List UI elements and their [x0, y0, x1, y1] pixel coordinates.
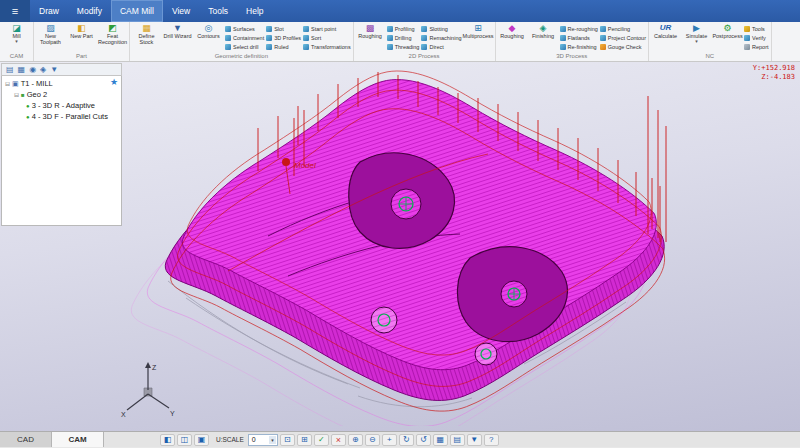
slot-button[interactable]: Slot [266, 24, 301, 33]
menu-tools[interactable]: Tools [199, 0, 237, 22]
threading-button[interactable]: Threading [387, 42, 420, 51]
zoom-window-button[interactable]: ⊡ [280, 434, 295, 446]
roughing-2d-button[interactable]: ▩ Roughing [355, 22, 386, 52]
calculate-button[interactable]: UR Calculate [650, 22, 681, 52]
transformations-button[interactable]: Transformations [303, 42, 351, 51]
coord-y: Y:+152.918 [753, 64, 795, 73]
grid-button[interactable]: ▦ [433, 434, 448, 446]
flatlands-button[interactable]: Flatlands [560, 33, 598, 42]
tools-button[interactable]: Tools [744, 24, 769, 33]
finishing-icon: ◈ [540, 23, 547, 33]
view-iso-button[interactable]: ▣ [194, 434, 209, 446]
sort-button[interactable]: Sort [303, 33, 351, 42]
drill-wizard-button[interactable]: ▼ Drill Wizard [162, 22, 193, 52]
project-contour-icon [600, 35, 606, 41]
slotting-button[interactable]: Slotting [421, 24, 461, 33]
view-shaded-button[interactable]: ◧ [160, 434, 175, 446]
panel-toolbar: ▤ ▦ ◉ ◈ ▼ [1, 63, 122, 76]
surfaces-button[interactable]: Surfaces [225, 24, 264, 33]
report-button[interactable]: Report [744, 42, 769, 51]
collapse-icon[interactable]: ⊟ [5, 80, 10, 87]
penciling-button[interactable]: Penciling [600, 24, 646, 33]
zoom-out-button[interactable]: ⊖ [365, 434, 380, 446]
zoom-in-button[interactable]: ⊕ [348, 434, 363, 446]
model-3d-view[interactable]: Model [108, 66, 708, 426]
gouge-check-icon [600, 44, 606, 50]
simulate-button[interactable]: ▶ Simulate ▾ [681, 22, 712, 52]
re-roughing-button[interactable]: Re-roughing [560, 24, 598, 33]
multiprocess-label: Multiprocess [463, 33, 494, 39]
new-toolpath-button[interactable]: ▨ New Toolpath [35, 22, 66, 52]
collapse-icon[interactable]: ⊟ [14, 91, 19, 98]
postprocess-button[interactable]: ⚙ Postprocess [712, 22, 743, 52]
multiprocess-icon: ⊞ [474, 23, 482, 33]
start-point-icon [303, 26, 309, 32]
tab-cam[interactable]: CAM [52, 432, 104, 447]
start-point-button[interactable]: Start point [303, 24, 351, 33]
containment-label: Containment [233, 35, 264, 41]
remachining-button[interactable]: Remachining [421, 33, 461, 42]
scale-select[interactable]: 0 ▾ [248, 434, 278, 446]
pan-button[interactable]: + [382, 434, 397, 446]
re-finishing-label: Re-finishing [568, 44, 597, 50]
tree-node-operation-1[interactable]: ● 3 - 3D R - Adaptive [2, 100, 121, 111]
roughing-2d-icon: ▩ [366, 23, 375, 33]
ruled-icon [266, 44, 272, 50]
containment-button[interactable]: Containment [225, 33, 264, 42]
define-stock-button[interactable]: ▦ Define Stock [131, 22, 162, 52]
project-contour-button[interactable]: Project Contour [600, 33, 646, 42]
profiles-3d-button[interactable]: 3D Profiles [266, 33, 301, 42]
favorite-star-icon[interactable]: ★ [110, 77, 118, 87]
postprocess-label: Postprocess [712, 33, 742, 39]
app-menu-button[interactable]: ≡ [0, 0, 30, 22]
select-drill-button[interactable]: Select drill [225, 42, 264, 51]
verify-button[interactable]: Verify [744, 33, 769, 42]
previous-view-button[interactable]: ↺ [416, 434, 431, 446]
gouge-check-button[interactable]: Gouge Check [600, 42, 646, 51]
finishing-button[interactable]: ◈ Finishing [528, 22, 559, 52]
menu-cam-mill[interactable]: CAM Mill [111, 0, 163, 22]
contours-button[interactable]: ◎ Contours [193, 22, 224, 52]
menu-help[interactable]: Help [237, 0, 272, 22]
group-label-cam: CAM [1, 52, 32, 61]
tree-node-machine[interactable]: ⊟ ▣ T1 - MILL [2, 78, 121, 89]
zoom-fit-button[interactable]: ⊞ [297, 434, 312, 446]
new-part-button[interactable]: ◧ New Part [66, 22, 97, 52]
menu-draw[interactable]: Draw [30, 0, 68, 22]
ruled-button[interactable]: Ruled [266, 42, 301, 51]
mill-button[interactable]: ◪ Mill ▾ [1, 22, 32, 52]
re-finishing-button[interactable]: Re-finishing [560, 42, 598, 51]
menu-modify[interactable]: Modify [68, 0, 111, 22]
scale-value: 0 [252, 436, 256, 443]
tree-node-operation-2[interactable]: ● 4 - 3D F - Parallel Cuts [2, 111, 121, 122]
transformations-icon [303, 44, 309, 50]
tab-cad[interactable]: CAD [0, 432, 52, 447]
feat-recognition-icon: ◩ [108, 23, 117, 33]
layers-button[interactable]: ▤ [450, 434, 465, 446]
panel-visibility-button[interactable]: ◉ [29, 66, 36, 74]
panel-layers-button[interactable]: ▦ [18, 66, 26, 74]
cancel-button[interactable]: × [331, 434, 346, 446]
menu-view[interactable]: View [163, 0, 199, 22]
tree-node-group[interactable]: ⊟ ■ Geo 2 [2, 89, 121, 100]
profiles-3d-label: 3D Profiles [274, 35, 301, 41]
rotate-view-button[interactable]: ↻ [399, 434, 414, 446]
define-stock-icon: ▦ [142, 23, 151, 33]
roughing-3d-button[interactable]: ◆ Roughing [497, 22, 528, 52]
confirm-button[interactable]: ✓ [314, 434, 329, 446]
selection-filter-button[interactable]: ▼ [467, 434, 482, 446]
direct-button[interactable]: Direct [421, 42, 461, 51]
view-wireframe-button[interactable]: ◫ [177, 434, 192, 446]
help-button[interactable]: ? [484, 434, 499, 446]
feat-recognition-button[interactable]: ◩ Feat Recognition [97, 22, 128, 52]
panel-pin-button[interactable]: ◈ [40, 66, 46, 74]
drilling-button[interactable]: Drilling [387, 33, 420, 42]
multiprocess-button[interactable]: ⊞ Multiprocess [463, 22, 494, 52]
start-point-label: Start point [311, 26, 336, 32]
profiling-button[interactable]: Profiling [387, 24, 420, 33]
viewport[interactable]: Model Z X Y Y:+152.918 Z:-4.183 ▤ ▦ ◉ ◈ [0, 62, 800, 431]
slot-label: Slot [274, 26, 283, 32]
panel-list-button[interactable]: ▤ [6, 66, 14, 74]
panel-filter-button[interactable]: ▼ [50, 66, 58, 74]
surfaces-label: Surfaces [233, 26, 255, 32]
